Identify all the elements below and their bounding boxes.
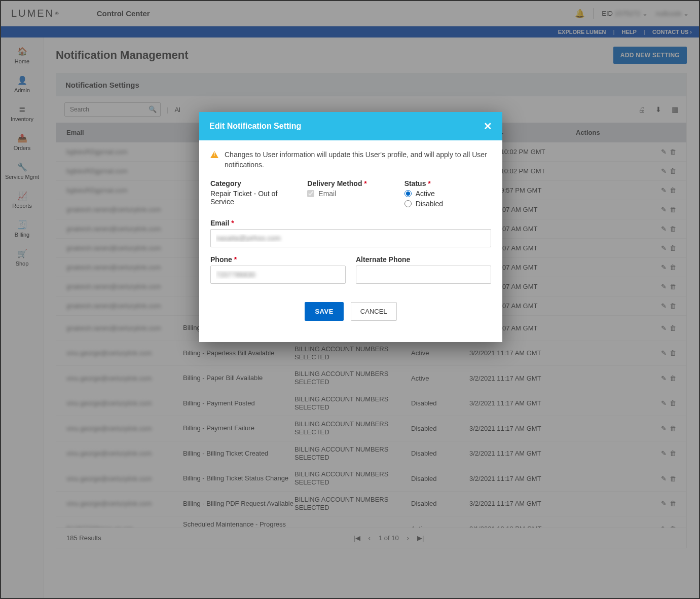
delivery-email-checkbox[interactable]: Email (307, 190, 394, 198)
status-label: Status * (404, 179, 491, 188)
cancel-button[interactable]: CANCEL (351, 302, 397, 321)
delivery-method-label: Delivery Method * (307, 179, 394, 188)
status-disabled-radio[interactable]: Disabled (404, 200, 491, 208)
close-icon[interactable]: ✕ (484, 120, 492, 132)
phone-label: Phone * (210, 255, 346, 264)
email-input[interactable] (210, 229, 491, 247)
modal-title: Edit Notification Setting (209, 122, 301, 131)
phone-input[interactable] (210, 266, 346, 284)
alternate-phone-input[interactable] (356, 266, 491, 284)
save-button[interactable]: SAVE (305, 302, 343, 321)
category-label: Category (210, 179, 297, 188)
edit-notification-modal: Edit Notification Setting ✕ Changes to U… (199, 112, 502, 342)
email-label: Email * (210, 219, 491, 227)
alternate-phone-label: Alternate Phone (356, 255, 491, 264)
category-value: Repair Ticket - Out of Service (210, 190, 277, 206)
status-active-radio[interactable]: Active (404, 190, 491, 198)
warning-icon (210, 151, 218, 158)
modal-info-text: Changes to User information will update … (225, 149, 491, 170)
